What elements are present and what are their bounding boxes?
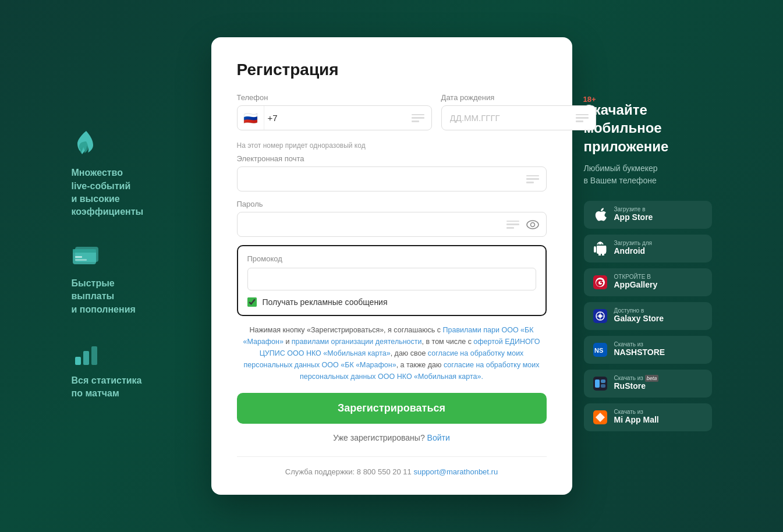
keyboard-toggle-icon[interactable] (405, 114, 431, 122)
cards-icon (72, 242, 101, 271)
register-button[interactable]: Зарегистрироваться (237, 393, 547, 424)
password-icons[interactable] (499, 220, 546, 229)
svg-rect-4 (75, 259, 87, 261)
svg-rect-23 (601, 384, 605, 388)
terms-text: Нажимая кнопку «Зарегистрироваться», я с… (237, 324, 547, 382)
svg-rect-5 (75, 357, 81, 365)
apple-icon (592, 207, 608, 223)
android-button[interactable]: Загрузить для Android (584, 235, 712, 263)
svg-rect-3 (75, 256, 82, 258)
chart-icon (72, 339, 101, 368)
support-email[interactable]: support@marathonbet.ru (413, 467, 498, 476)
nashstore-name: NASHSTORE (614, 347, 665, 357)
android-text: Загрузить для Android (614, 240, 653, 256)
galaxy-name: Galaxy Store (614, 314, 664, 324)
huawei-icon (592, 274, 608, 290)
password-label: Пароль (237, 200, 547, 208)
login-link[interactable]: Войти (427, 433, 450, 442)
feature-payouts: Быстрые выплаты и пополнения (72, 242, 200, 316)
miappmall-name: Mi App Mall (614, 415, 659, 425)
miappmall-text: Скачать из Mi App Mall (614, 409, 659, 425)
rustore-icon (592, 375, 608, 392)
nashstore-button[interactable]: NS Скачать из NASHSTORE (584, 336, 712, 364)
nashstore-text: Скачать из NASHSTORE (614, 342, 665, 357)
rustore-text: Скачать из beta RuStore (614, 375, 659, 391)
galaxy-button[interactable]: Доступно в Galaxy Store (584, 302, 712, 330)
dob-input[interactable] (442, 106, 569, 130)
svg-point-10 (598, 243, 599, 244)
promo-input[interactable] (247, 268, 536, 290)
appgallery-name: AppGallery (614, 280, 658, 290)
eye-icon[interactable] (526, 220, 539, 229)
appgallery-sub: ОТКРОЙТЕ В (614, 274, 658, 280)
nash-icon: NS (592, 342, 608, 358)
marketing-checkbox[interactable] (247, 297, 257, 307)
rustore-sub: Скачать из beta (614, 375, 659, 381)
store-buttons: Загрузите в App Store (584, 201, 712, 431)
marketing-checkbox-row: Получать рекламные сообщения (247, 297, 536, 307)
phone-input-wrapper[interactable]: 🇷🇺 +7 (237, 105, 432, 130)
svg-rect-21 (595, 380, 600, 388)
svg-point-9 (530, 222, 534, 226)
promo-label: Промокод (247, 254, 536, 263)
dob-input-wrapper[interactable] (441, 105, 596, 130)
appstore-text: Загрузите в App Store (614, 207, 653, 222)
appgallery-button[interactable]: ОТКРОЙТЕ В AppGallery (584, 268, 712, 296)
right-panel: Скачайте мобильное приложение Любимый бу… (572, 77, 724, 455)
android-icon (592, 240, 608, 257)
email-input[interactable] (238, 167, 519, 191)
phone-hint: На этот номер придет одноразовый код (237, 141, 547, 150)
email-input-wrapper[interactable] (237, 166, 547, 191)
appstore-button[interactable]: Загрузите в App Store (584, 201, 712, 229)
appstore-name: App Store (614, 212, 653, 222)
svg-text:NS: NS (594, 347, 603, 354)
marketing-label[interactable]: Получать рекламные сообщения (263, 297, 388, 307)
feature-stats-text: Вся статистика по матчам (72, 374, 142, 400)
galaxy-text: Доступно в Galaxy Store (614, 308, 664, 324)
svg-point-11 (601, 243, 602, 244)
email-label: Электронная почта (237, 154, 547, 163)
rustore-button[interactable]: Скачать из beta RuStore (584, 370, 712, 398)
miappmall-sub: Скачать из (614, 409, 659, 415)
miappmall-button[interactable]: Скачать из Mi App Mall (584, 403, 712, 431)
appgallery-text: ОТКРОЙТЕ В AppGallery (614, 274, 658, 290)
phone-code: +7 (264, 113, 278, 123)
feature-payouts-text: Быстрые выплаты и пополнения (72, 277, 136, 316)
password-group: Пароль (237, 200, 547, 237)
password-input[interactable] (238, 212, 499, 236)
mi-icon (592, 409, 608, 425)
support-row: Служба поддержки: 8 800 550 20 11 suppor… (237, 456, 547, 476)
phone-flag[interactable]: 🇷🇺 (238, 106, 264, 130)
promo-section: Промокод Получать рекламные сообщения (237, 245, 547, 316)
android-sub: Загрузить для (614, 240, 653, 246)
already-registered-text: Уже зарегистрированы? (333, 433, 424, 442)
app-promo-subtitle: Любимый букмекер в Вашем телефоне (584, 162, 712, 187)
svg-rect-6 (83, 351, 89, 365)
left-panel: Множество live-событий и высокие коэффиц… (60, 108, 211, 424)
svg-rect-7 (91, 346, 97, 365)
password-input-wrapper[interactable] (237, 212, 547, 237)
android-name: Android (614, 246, 653, 256)
feature-live-text: Множество live-событий и высокие коэффиц… (72, 166, 144, 219)
support-label: Служба поддержки: 8 800 550 20 11 (285, 467, 412, 476)
page-wrapper: Множество live-событий и высокие коэффиц… (0, 0, 783, 532)
feature-live: Множество live-событий и высокие коэффиц… (72, 132, 200, 219)
galaxy-icon (592, 308, 608, 324)
registration-form-card: Регистрация Телефон 🇷🇺 +7 (211, 37, 572, 495)
galaxy-sub: Доступно в (614, 308, 664, 314)
svg-rect-22 (601, 380, 605, 383)
dob-keyboard-icon[interactable] (569, 114, 596, 122)
terms-link-2[interactable]: правилами организации деятельности (292, 338, 422, 346)
login-row: Уже зарегистрированы? Войти (237, 433, 547, 442)
phone-input[interactable] (278, 106, 405, 130)
svg-rect-2 (73, 249, 96, 253)
russia-flag-icon: 🇷🇺 (243, 112, 258, 124)
feature-stats: Вся статистика по матчам (72, 339, 200, 400)
email-keyboard-icon[interactable] (519, 175, 546, 183)
svg-point-8 (527, 221, 538, 229)
form-title: Регистрация (237, 61, 547, 79)
nashstore-sub: Скачать из (614, 342, 665, 347)
phone-dob-row: Телефон 🇷🇺 +7 Дата рождения (237, 93, 547, 139)
phone-group: Телефон 🇷🇺 +7 (237, 93, 432, 130)
dob-label: Дата рождения (441, 93, 495, 102)
